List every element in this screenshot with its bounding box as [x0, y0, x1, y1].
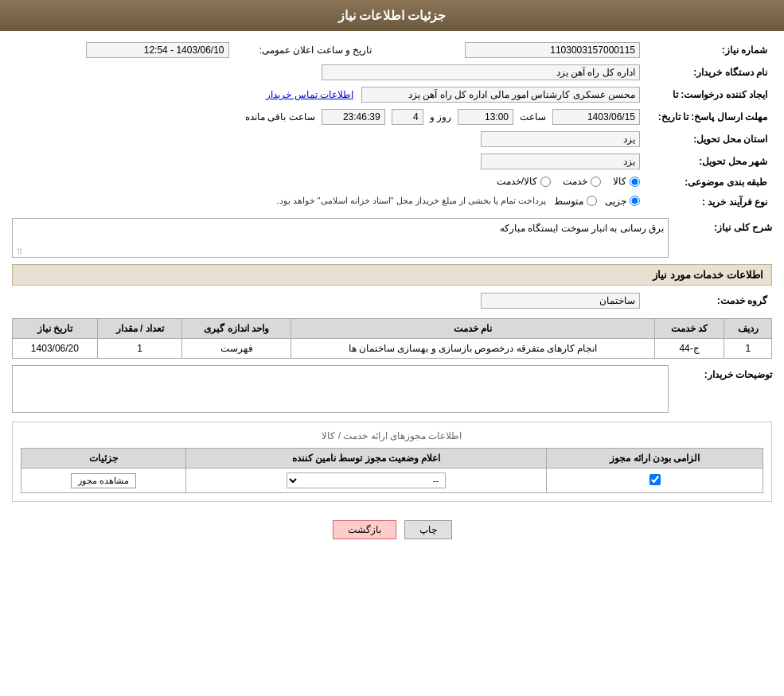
category-radio-khadamat[interactable]: [591, 177, 601, 187]
need-number-input[interactable]: [465, 42, 640, 58]
perm-status-select[interactable]: --: [287, 472, 446, 488]
services-section-label: اطلاعات خدمات مورد نیاز: [653, 269, 763, 281]
col-service-name: نام خدمت: [291, 319, 655, 339]
buyer-org-input[interactable]: [322, 64, 640, 80]
deadline-row: ساعت روز و ساعت باقی مانده: [12, 106, 645, 128]
category-label: طبقه بندی موضوعی:: [645, 173, 772, 192]
row-buyer-org: نام دستگاه خریدار:: [12, 61, 772, 84]
col-row-number: ردیف: [724, 319, 772, 339]
province-input[interactable]: [481, 131, 640, 147]
permissions-table-header: الزامی بودن ارائه مجوز اعلام وضعیت مجوز …: [21, 449, 763, 469]
row-purchase-type: نوع فرآیند خرید : جزیی متوسط پرداخت تمام…: [12, 192, 772, 212]
buyer-org-value: [12, 61, 645, 84]
category-radio-kala-khadamat[interactable]: [540, 177, 551, 187]
requester-value: اطلاعات تماس خریدار: [12, 84, 645, 106]
cell-name-1: انجام کارهای متفرقه درخصوص بازسازی و بهس…: [291, 339, 655, 359]
remaining-days-label: روز و: [430, 111, 451, 122]
need-description-box: برق رسانی به انبار سوخت ایستگاه مبارکه ⠿: [12, 218, 669, 258]
remaining-time-suffix: ساعت باقی مانده: [245, 111, 315, 122]
requester-contact-link[interactable]: اطلاعات تماس خریدار: [266, 89, 353, 100]
service-group-table: گروه خدمت:: [12, 290, 772, 312]
requester-label: ایجاد کننده درخواست: تا: [645, 84, 772, 106]
permissions-row: -- مشاهده مجوز: [21, 469, 763, 493]
permissions-title: اطلاعات مجوزهای ارائه خدمت / کالا: [21, 430, 763, 441]
row-city: شهر محل تحویل:: [12, 150, 772, 173]
row-service-group: گروه خدمت:: [12, 290, 772, 312]
info-table: شماره نیاز: تاریخ و ساعت اعلان عمومی: نا…: [12, 39, 772, 212]
category-option-khadamat[interactable]: خدمت: [563, 176, 601, 187]
need-number-label: شماره نیاز:: [645, 39, 772, 61]
purchase-type-radio-jozi[interactable]: [630, 196, 640, 206]
category-option-kala[interactable]: کالا: [613, 176, 640, 187]
permissions-header-row: الزامی بودن ارائه مجوز اعلام وضعیت مجوز …: [21, 449, 763, 469]
category-label-khadamat: خدمت: [563, 176, 587, 187]
buyer-notes-section: توضیحات خریدار:: [12, 365, 772, 415]
services-table-header: ردیف کد خدمت نام خدمت واحد اندازه گیری ت…: [13, 319, 772, 339]
announcement-date-input[interactable]: [86, 42, 229, 58]
cell-code-1: ج-44: [654, 339, 724, 359]
cell-unit-1: فهرست: [182, 339, 291, 359]
service-group-label: گروه خدمت:: [645, 290, 772, 312]
perm-required-cell: [547, 469, 763, 493]
purchase-type-label: نوع فرآیند خرید :: [645, 192, 772, 212]
row-category: طبقه بندی موضوعی: کالا خدمت: [12, 173, 772, 192]
services-table-body: 1 ج-44 انجام کارهای متفرقه درخصوص بازساز…: [13, 339, 772, 359]
cell-quantity-1: 1: [97, 339, 182, 359]
perm-col-required: الزامی بودن ارائه مجوز: [547, 449, 763, 469]
purchase-type-jozi[interactable]: جزیی: [605, 196, 640, 207]
view-permit-button[interactable]: مشاهده مجوز: [71, 473, 136, 488]
purchase-type-radio-motavsat[interactable]: [587, 196, 597, 206]
deadline-time-group: ساعت روز و ساعت باقی مانده: [17, 109, 640, 125]
col-quantity: تعداد / مقدار: [97, 319, 182, 339]
city-input[interactable]: [481, 154, 640, 169]
deadline-time-input[interactable]: [458, 109, 513, 125]
perm-status-cell: --: [185, 469, 546, 493]
need-number-value: [377, 39, 646, 61]
need-description-value: برق رسانی به انبار سوخت ایستگاه مبارکه: [500, 223, 664, 234]
buyer-notes-textarea[interactable]: [12, 365, 669, 413]
purchase-type-radio-group: جزیی متوسط پرداخت تمام یا بخشی از مبلغ خ…: [276, 196, 640, 207]
col-need-date: تاریخ نیاز: [13, 319, 98, 339]
category-label-kala-khadamat: کالا/خدمت: [497, 176, 537, 187]
cell-date-1: 1403/06/20: [13, 339, 98, 359]
city-label: شهر محل تحویل:: [645, 150, 772, 173]
page-wrapper: جزئیات اطلاعات نیاز شماره نیاز: تاریخ و …: [0, 0, 784, 696]
page-title: جزئیات اطلاعات نیاز: [338, 9, 447, 22]
permissions-table-body: -- مشاهده مجوز: [21, 469, 763, 493]
buyer-notes-label: توضیحات خریدار:: [677, 365, 772, 380]
purchase-type-label-motavsat: متوسط: [554, 196, 583, 207]
announcement-date-value: [12, 39, 234, 61]
table-row: 1 ج-44 انجام کارهای متفرقه درخصوص بازساز…: [13, 339, 772, 359]
service-group-input[interactable]: [481, 293, 640, 309]
perm-details-cell: مشاهده مجوز: [21, 469, 186, 493]
perm-required-checkbox[interactable]: [649, 474, 661, 485]
row-province: استان محل تحویل:: [12, 128, 772, 150]
category-radio-group: کالا خدمت کالا/خدمت: [497, 176, 640, 187]
province-label: استان محل تحویل:: [645, 128, 772, 150]
purchase-type-motavsat[interactable]: متوسط: [554, 196, 597, 207]
category-option-kala-khadamat[interactable]: کالا/خدمت: [497, 176, 551, 187]
resize-handle-icon: ⠿: [14, 247, 22, 255]
col-service-code: کد خدمت: [654, 319, 724, 339]
back-button[interactable]: بازگشت: [333, 520, 396, 539]
row-need-number: شماره نیاز: تاریخ و ساعت اعلان عمومی:: [12, 39, 772, 61]
perm-col-details: جزئیات: [21, 449, 186, 469]
col-unit: واحد اندازه گیری: [182, 319, 291, 339]
category-radio-kala[interactable]: [630, 177, 640, 187]
cell-row-1: 1: [724, 339, 772, 359]
footer-buttons: چاپ بازگشت: [12, 508, 772, 551]
services-data-table: ردیف کد خدمت نام خدمت واحد اندازه گیری ت…: [12, 318, 772, 359]
requester-input[interactable]: [361, 87, 640, 103]
permissions-table: الزامی بودن ارائه مجوز اعلام وضعیت مجوز …: [21, 448, 763, 493]
row-requester: ایجاد کننده درخواست: تا اطلاعات تماس خری…: [12, 84, 772, 106]
row-deadline: مهلت ارسال پاسخ: تا تاریخ: ساعت روز و سا…: [12, 106, 772, 128]
deadline-time-label: ساعت: [520, 111, 546, 122]
buyer-notes-wrapper: [12, 365, 669, 415]
remaining-days-input[interactable]: [392, 109, 423, 125]
print-button[interactable]: چاپ: [404, 520, 452, 539]
purchase-type-label-jozi: جزیی: [605, 196, 626, 207]
deadline-date-input[interactable]: [552, 109, 640, 125]
announcement-date-label: تاریخ و ساعت اعلان عمومی:: [234, 39, 377, 61]
remaining-time-input[interactable]: [322, 109, 385, 125]
services-section-header: اطلاعات خدمات مورد نیاز: [12, 264, 772, 286]
